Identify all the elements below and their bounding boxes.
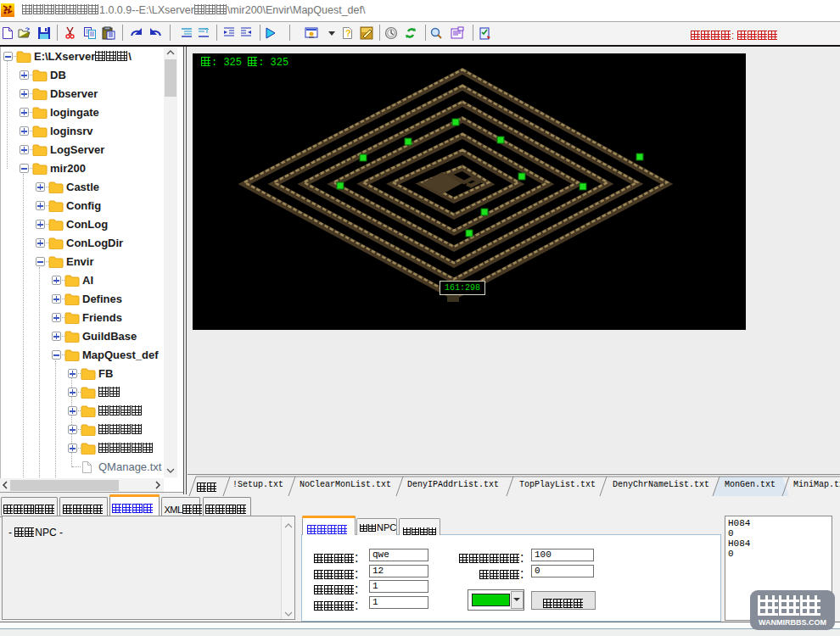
svg-text:?: ? xyxy=(345,28,351,38)
